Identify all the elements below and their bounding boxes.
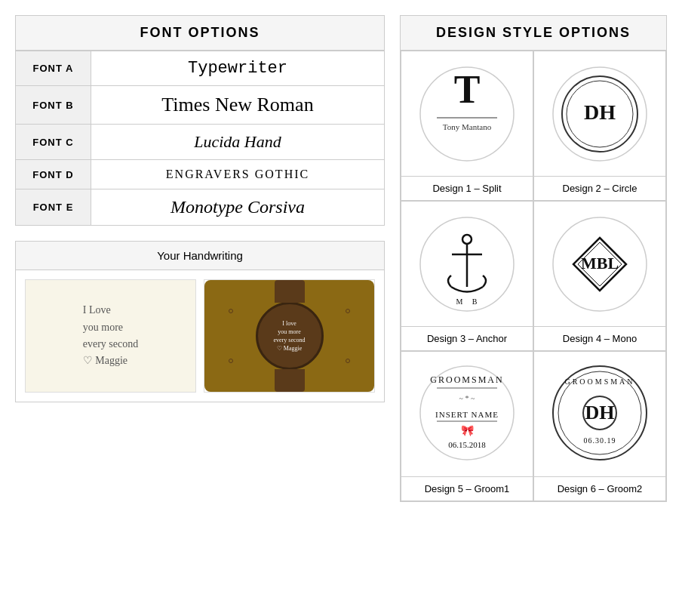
font-c-display: Lucida Hand [91,125,385,160]
svg-text:~ * ~: ~ * ~ [459,394,475,402]
svg-text:🎀: 🎀 [461,424,475,437]
design-1-svg: T Tony Mantano [418,65,516,163]
svg-text:DH: DH [584,100,616,124]
design-3-svg: M B [418,215,516,313]
design-2-preview: DH [534,51,665,176]
handwriting-paper: I Loveyou moreevery second♡ Maggie [25,279,196,393]
design-5-preview: GROOMSMAN ~ * ~ INSERT NAME 🎀 06.15.2018 [401,352,533,476]
design-options-title: DESIGN STYLE OPTIONS [400,15,667,51]
font-options-title: FONT OPTIONS [15,15,385,51]
hw-text: I Loveyou moreevery second♡ Maggie [83,302,138,370]
svg-text:06.30.19: 06.30.19 [584,436,616,445]
font-b-label: FONT B [16,86,91,125]
design-2-cell: DH Design 2 – Circle [533,51,666,201]
handwriting-section: Your Handwriting I Loveyou moreevery sec… [15,241,385,402]
design-6-svg: GROOMSMAN DH 06.30.19 [551,362,649,467]
design-2-svg: DH [551,65,649,163]
font-d-display: Engravers Gothic [91,160,385,189]
design-1-label: Design 1 – Split [401,176,533,200]
handwriting-images: I Loveyou moreevery second♡ Maggie I lov… [16,270,384,402]
font-a-label: FONT A [16,51,91,86]
handwriting-watch: I loveyou moreevery second♡ Maggie [204,279,375,393]
design-3-label: Design 3 – Anchor [401,326,533,350]
design-4-preview: MBL [534,202,665,326]
design-6-cell: GROOMSMAN DH 06.30.19 Design 6 – Groom2 [533,351,666,501]
watch-bg: I loveyou moreevery second♡ Maggie [204,280,374,392]
svg-text:INSERT NAME: INSERT NAME [435,410,499,419]
svg-text:B: B [472,297,478,306]
font-c-label: FONT C [16,125,91,160]
design-6-label: Design 6 – Groom2 [534,476,665,500]
design-1-cell: T Tony Mantano Design 1 – Split [401,51,533,201]
svg-text:MBL: MBL [581,254,619,273]
design-5-label: Design 5 – Groom1 [401,476,533,500]
watch-face: I loveyou moreevery second♡ Maggie [256,302,324,370]
svg-text:DH: DH [585,402,615,424]
font-table: FONT A Typewriter FONT B Times New Roman… [15,51,385,226]
design-grid: T Tony Mantano Design 1 – Split [400,51,667,502]
font-row-d: FONT D Engravers Gothic [16,160,385,189]
svg-text:M: M [456,297,463,306]
hw-paper-bg: I Loveyou moreevery second♡ Maggie [26,280,195,392]
design-5-cell: GROOMSMAN ~ * ~ INSERT NAME 🎀 06.15.2018 [401,351,533,501]
design-6-preview: GROOMSMAN DH 06.30.19 [534,352,665,476]
svg-text:Tony Mantano: Tony Mantano [443,122,492,131]
design-5-svg: GROOMSMAN ~ * ~ INSERT NAME 🎀 06.15.2018 [418,362,516,467]
design-3-preview: M B [401,202,533,326]
design-4-cell: MBL Design 4 – Mono [533,201,666,351]
font-row-e: FONT E Monotype Corsiva [16,189,385,226]
font-row-b: FONT B Times New Roman [16,86,385,125]
font-row-a: FONT A Typewriter [16,51,385,86]
design-1-preview: T Tony Mantano [401,51,533,176]
font-row-c: FONT C Lucida Hand [16,125,385,160]
watch-engraving: I loveyou moreevery second♡ Maggie [274,319,306,353]
design-4-label: Design 4 – Mono [534,326,665,350]
left-panel: FONT OPTIONS FONT A Typewriter FONT B Ti… [15,15,385,502]
design-3-cell: M B Design 3 – Anchor [401,201,533,351]
right-panel: DESIGN STYLE OPTIONS T Tony Mantano Desi… [400,15,667,502]
font-e-display: Monotype Corsiva [91,189,385,226]
font-d-label: FONT D [16,160,91,189]
font-b-display: Times New Roman [91,86,385,125]
svg-text:T: T [454,68,481,111]
svg-text:GROOMSMAN: GROOMSMAN [430,374,503,385]
design-2-label: Design 2 – Circle [534,176,665,200]
design-4-svg: MBL [551,215,649,313]
main-container: FONT OPTIONS FONT A Typewriter FONT B Ti… [15,15,667,502]
svg-text:06.15.2018: 06.15.2018 [448,440,486,449]
handwriting-title: Your Handwriting [16,242,384,270]
font-a-display: Typewriter [91,51,385,86]
font-e-label: FONT E [16,189,91,226]
svg-text:GROOMSMAN: GROOMSMAN [564,377,634,386]
